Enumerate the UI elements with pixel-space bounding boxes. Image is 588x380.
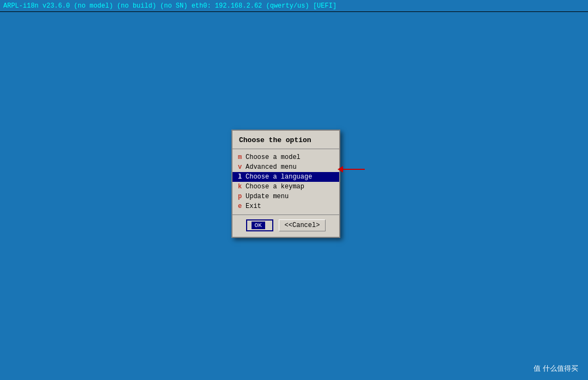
menu-item-label-l: Choose a language — [246, 173, 312, 181]
menu-item-key-p: p — [238, 193, 243, 200]
menu-item-key-l: l — [238, 173, 243, 181]
menu-item-k[interactable]: kChoose a keymap — [232, 182, 339, 192]
cancel-button[interactable]: <<Cancel> — [279, 219, 326, 231]
ok-button[interactable]: OK — [246, 219, 273, 231]
arrow-head — [338, 166, 343, 173]
menu-item-key-k: k — [238, 183, 243, 191]
menu-item-label-p: Update menu — [246, 193, 289, 200]
menu-item-label-m: Choose a model — [246, 154, 301, 161]
menu-item-m[interactable]: mChoose a model — [232, 152, 339, 162]
menu-item-key-e: e — [238, 203, 243, 210]
status-bar-text: ARPL-i18n v23.6.0 (no model) (no build) … — [3, 2, 336, 10]
menu-item-key-v: v — [238, 163, 243, 171]
menu-item-key-m: m — [238, 154, 243, 161]
dialog-buttons: OK <<Cancel> — [232, 214, 339, 237]
dialog-box: Choose the option mChoose a modelvAdvanc… — [231, 130, 340, 238]
arrow-indicator — [338, 166, 365, 173]
status-bar: ARPL-i18n v23.6.0 (no model) (no build) … — [0, 0, 588, 12]
arrow-line — [343, 169, 365, 170]
menu-item-v[interactable]: vAdvanced menu — [232, 162, 339, 172]
menu-item-label-v: Advanced menu — [246, 163, 297, 171]
ok-button-label: OK — [252, 222, 265, 229]
watermark-text: 值 什么值得买 — [534, 364, 578, 372]
watermark: 值 什么值得买 — [534, 364, 578, 373]
dialog-title: Choose the option — [232, 131, 339, 149]
menu-item-label-k: Choose a keymap — [246, 183, 304, 191]
menu-item-p[interactable]: pUpdate menu — [232, 192, 339, 201]
menu-item-label-e: Exit — [246, 203, 261, 210]
menu-item-e[interactable]: eExit — [232, 201, 339, 211]
menu-list: mChoose a modelvAdvanced menulChoose a l… — [232, 149, 339, 214]
menu-item-l[interactable]: lChoose a language — [232, 172, 339, 182]
